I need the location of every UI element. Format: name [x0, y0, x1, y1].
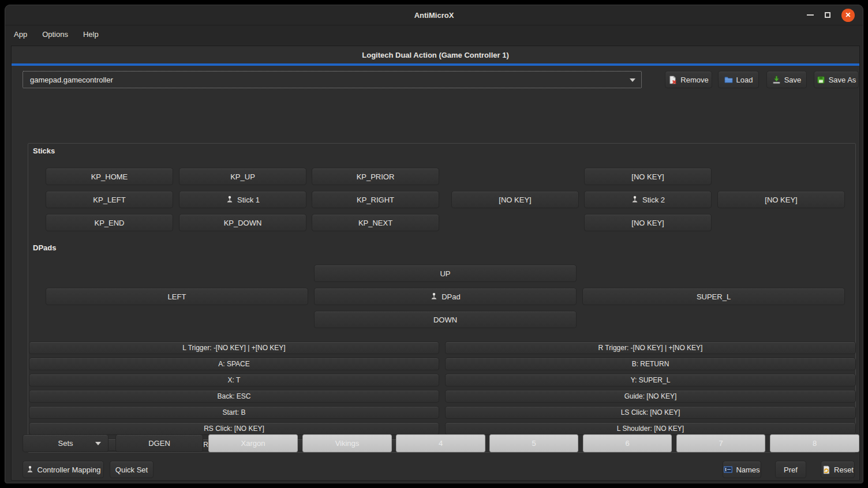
save-as-button[interactable]: Save As [814, 71, 859, 88]
menu-options[interactable]: Options [42, 30, 68, 39]
stick2-right-label: [NO KEY] [765, 196, 797, 204]
set-tab-1[interactable]: DGEN [115, 434, 203, 452]
controller-tab-label: Logitech Dual Action (Game Controller 1) [362, 51, 508, 59]
stick1-down-label: KP_DOWN [224, 219, 262, 227]
l-trigger-label: L Trigger: -[NO KEY] | +[NO KEY] [182, 344, 285, 352]
title-bar[interactable]: AntiMicroX ✕ [5, 5, 863, 25]
rs-click-label: RS Click: [NO KEY] [204, 425, 264, 433]
names-button[interactable]: Names [723, 461, 761, 478]
dpad-right-button[interactable]: SUPER_L [582, 288, 845, 305]
maximize-icon [825, 12, 830, 18]
reset-button[interactable]: Reset [821, 461, 855, 478]
y-button-label: Y: SUPER_L [631, 376, 671, 384]
set-tab-4[interactable]: 4 [396, 434, 485, 452]
save-as-button-label: Save As [829, 76, 856, 84]
maximize-button[interactable] [825, 12, 830, 18]
set-tab-7[interactable]: 7 [676, 434, 765, 452]
minimize-icon [807, 14, 814, 16]
quick-set-button[interactable]: Quick Set [110, 461, 154, 478]
reset-icon [822, 466, 830, 474]
sets-dropdown-label: Sets [58, 439, 73, 448]
stick2-center-label: Stick 2 [642, 196, 665, 204]
minimize-button[interactable] [807, 14, 814, 16]
controller-tab[interactable]: Logitech Dual Action (Game Controller 1) [12, 46, 859, 63]
joystick-icon [26, 466, 34, 474]
set-tab-6[interactable]: 6 [583, 434, 672, 452]
stick1-right-label: KP_RIGHT [357, 196, 394, 204]
window-title: AntiMicroX [414, 11, 454, 20]
stick2-left-button[interactable]: [NO KEY] [451, 191, 579, 208]
guide-button-label: Guide: [NO KEY] [624, 392, 677, 400]
set-tab-8-label: 8 [813, 439, 817, 448]
set-tab-3[interactable]: Vikings [302, 434, 392, 452]
x-button[interactable]: X: T [29, 374, 439, 386]
ls-click-label: LS Click: [NO KEY] [621, 408, 680, 416]
stick1-up-left-button[interactable]: KP_HOME [46, 168, 173, 185]
joystick-icon [430, 292, 438, 301]
chevron-down-icon [95, 442, 101, 445]
ls-click-button[interactable]: LS Click: [NO KEY] [445, 406, 856, 419]
r-trigger-label: R Trigger: -[NO KEY] | +[NO KEY] [598, 344, 703, 352]
remove-button-label: Remove [680, 76, 708, 84]
stick1-down-right-label: KP_NEXT [358, 219, 392, 227]
stick1-left-button[interactable]: KP_LEFT [46, 191, 173, 208]
names-label: Names [736, 466, 760, 474]
save-button-label: Save [784, 76, 802, 84]
start-button[interactable]: Start: B [29, 406, 439, 419]
stick1-up-right-label: KP_PRIOR [357, 172, 395, 181]
stick1-up-label: KP_UP [230, 172, 255, 181]
stick1-down-left-button[interactable]: KP_END [46, 214, 173, 231]
menu-help[interactable]: Help [83, 30, 99, 39]
set-tab-7-label: 7 [719, 439, 723, 448]
stick2-up-button[interactable]: [NO KEY] [584, 168, 712, 185]
stick1-right-button[interactable]: KP_RIGHT [312, 191, 439, 208]
dpad-center-button[interactable]: DPad [314, 288, 577, 305]
stick1-down-button[interactable]: KP_DOWN [179, 214, 306, 231]
stick1-up-button[interactable]: KP_UP [179, 168, 306, 185]
stick1-left-label: KP_LEFT [93, 196, 125, 204]
set-tab-2[interactable]: Xargon [208, 434, 298, 452]
a-button[interactable]: A: SPACE [29, 358, 439, 370]
stick1-up-right-button[interactable]: KP_PRIOR [312, 168, 439, 185]
dpad-down-button[interactable]: DOWN [314, 311, 577, 328]
load-button[interactable]: Load [718, 71, 759, 88]
dpad-left-label: LEFT [168, 292, 186, 301]
save-button[interactable]: Save [766, 71, 807, 88]
set-tab-6-label: 6 [625, 439, 629, 448]
remove-button[interactable]: Remove [665, 71, 712, 88]
controller-tab-widget: Logitech Dual Action (Game Controller 1)… [11, 46, 860, 481]
close-button[interactable]: ✕ [841, 9, 855, 22]
stick1-center-button[interactable]: Stick 1 [179, 191, 306, 208]
back-button[interactable]: Back: ESC [29, 390, 439, 403]
dpad-center-label: DPad [442, 292, 461, 301]
close-icon: ✕ [845, 12, 851, 18]
pref-button[interactable]: Pref [775, 461, 806, 478]
l-shoulder-button[interactable]: L Shoulder: [NO KEY] [445, 422, 856, 435]
set-tab-8[interactable]: 8 [770, 434, 859, 452]
menu-app[interactable]: App [14, 30, 27, 39]
start-button-label: Start: B [222, 408, 245, 416]
text-field-icon [724, 466, 732, 473]
b-button[interactable]: B: RETURN [445, 358, 856, 370]
set-tab-5[interactable]: 5 [489, 434, 578, 452]
dpad-up-button[interactable]: UP [314, 265, 577, 282]
profile-combobox[interactable]: gamepad.gamecontroller [23, 71, 642, 88]
controller-mapping-button[interactable]: Controller Mapping [23, 461, 104, 478]
stick2-center-button[interactable]: Stick 2 [584, 191, 712, 208]
rs-click-button[interactable]: RS Click: [NO KEY] [29, 422, 439, 435]
dpad-up-label: UP [440, 269, 450, 278]
r-trigger-button[interactable]: R Trigger: -[NO KEY] | +[NO KEY] [445, 341, 856, 354]
y-button[interactable]: Y: SUPER_L [445, 374, 856, 386]
l-trigger-button[interactable]: L Trigger: -[NO KEY] | +[NO KEY] [29, 341, 439, 354]
stick1-down-right-button[interactable]: KP_NEXT [312, 214, 439, 231]
dpad-left-button[interactable]: LEFT [46, 288, 308, 305]
dpads-section-label: DPads [33, 243, 56, 252]
app-window: AntiMicroX ✕ App Options Help Logitech D… [5, 5, 863, 483]
stick2-right-button[interactable]: [NO KEY] [717, 191, 845, 208]
stick2-up-label: [NO KEY] [631, 172, 664, 181]
set-tab-5-label: 5 [532, 439, 536, 448]
sets-dropdown[interactable]: Sets [23, 434, 108, 452]
guide-button[interactable]: Guide: [NO KEY] [445, 390, 856, 403]
set-tab-4-label: 4 [439, 439, 443, 448]
stick2-down-button[interactable]: [NO KEY] [584, 214, 712, 231]
